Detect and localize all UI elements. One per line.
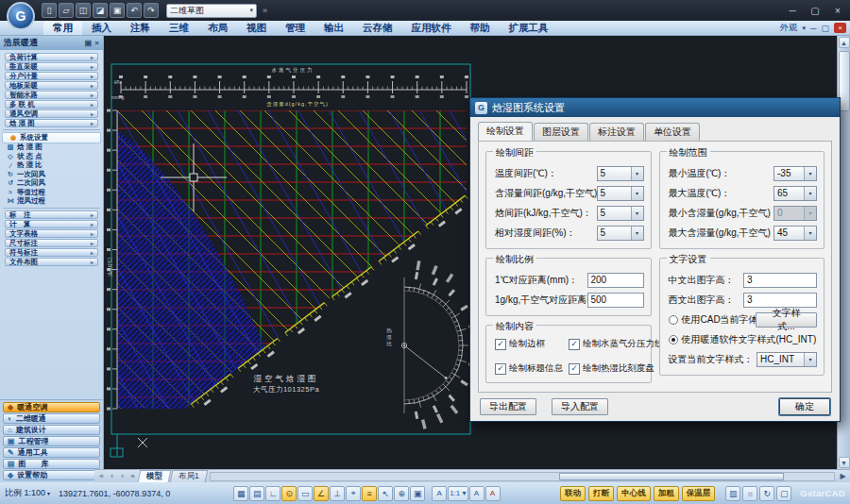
checkbox-draw-vapor-pressure-line[interactable]: ✓ xyxy=(569,339,580,350)
sidebar-tool-5[interactable]: ↻一次回风 xyxy=(0,170,103,179)
ribbon-tab-11[interactable]: 帮助 xyxy=(461,21,500,35)
radio-use-cad-font[interactable] xyxy=(669,315,678,325)
nav-first-icon[interactable]: « xyxy=(96,471,107,481)
ribbon-tab-9[interactable]: 云存储 xyxy=(353,21,402,35)
max-humidity-select[interactable]: 45▾ xyxy=(774,226,817,241)
annotation-scale-select[interactable]: 1:1 ▾ xyxy=(448,486,468,501)
sidebar-group-button[interactable]: 多 联 机▸ xyxy=(5,100,98,109)
cjk-text-height-input[interactable] xyxy=(743,273,817,288)
pan-icon[interactable]: ▣ xyxy=(410,486,425,501)
toggle-button-1[interactable]: 联动 xyxy=(560,486,586,501)
snap-icon[interactable]: ▤ xyxy=(249,486,264,501)
nav-prev-icon[interactable]: ‹ xyxy=(107,471,117,481)
polar-icon[interactable]: ⊙ xyxy=(281,486,297,501)
sidebar-tool-3[interactable]: ◇状 态 点 xyxy=(0,152,103,161)
toggle-button-4[interactable]: 加粗 xyxy=(654,486,679,501)
app-logo-icon[interactable]: G xyxy=(7,2,35,30)
temp-distance-input[interactable] xyxy=(587,273,644,288)
annotation-autoscale-icon[interactable]: A xyxy=(469,486,484,501)
doc-restore-button[interactable]: ▢ xyxy=(821,24,829,33)
humidity-distance-input[interactable] xyxy=(587,293,644,308)
clean-screen-icon[interactable]: ▢ xyxy=(776,486,791,501)
nav-last-icon[interactable]: » xyxy=(128,471,138,481)
sidebar-group-button[interactable]: 负荷计算▸ xyxy=(5,53,98,61)
sidebar-group-button[interactable]: 符号标注▸ xyxy=(5,248,98,257)
current-text-style-select[interactable]: HC_INT ▾ xyxy=(756,352,817,367)
dialog-tab-3[interactable]: 标注设置 xyxy=(589,123,644,142)
grid-icon[interactable]: ▦ xyxy=(233,486,248,501)
max-temp-select[interactable]: 65▾ xyxy=(774,186,817,201)
toggle-button-2[interactable]: 打断 xyxy=(588,486,614,501)
module-button-1[interactable]: ◆暖通空调 xyxy=(3,402,100,412)
annotation-monitor-icon[interactable]: A xyxy=(485,486,501,501)
ribbon-tab-6[interactable]: 视图 xyxy=(237,21,276,35)
latin-text-height-input[interactable] xyxy=(743,293,817,308)
checkbox-draw-border[interactable]: ✓ xyxy=(495,339,506,350)
dialog-tab-1[interactable]: 绘制设置 xyxy=(478,122,533,141)
min-temp-select[interactable]: -35▾ xyxy=(774,166,817,181)
sidebar-group-button[interactable]: 焓 湿 图▸ xyxy=(5,119,98,127)
dialog-tab-4[interactable]: 单位设置 xyxy=(645,123,700,142)
module-button-7[interactable]: ◈设置帮助 xyxy=(3,470,100,480)
toggle-button-5[interactable]: 保温层 xyxy=(682,486,716,501)
ribbon-tab-4[interactable]: 三维 xyxy=(160,21,198,35)
angle-icon[interactable]: ∠ xyxy=(314,486,329,501)
toggle-button-3[interactable]: 中心线 xyxy=(617,486,651,501)
otrack-icon[interactable]: ⌖ xyxy=(346,486,361,501)
checkbox-draw-title-info[interactable]: ✓ xyxy=(495,363,506,375)
close-icon[interactable]: × xyxy=(94,39,99,47)
module-button-5[interactable]: ✎通用工具 xyxy=(3,447,100,458)
rect-icon[interactable]: ▭ xyxy=(298,486,313,501)
sidebar-group-button[interactable]: 尺寸标注▸ xyxy=(5,239,98,247)
pin-icon[interactable]: ▣ xyxy=(85,39,93,47)
bulb-icon[interactable]: ☼ xyxy=(742,486,757,501)
doc-close-button[interactable]: × xyxy=(834,23,846,33)
scroll-right-icon[interactable]: ▶ xyxy=(838,471,848,481)
sidebar-group-button[interactable]: 文件布图▸ xyxy=(5,258,98,266)
module-button-4[interactable]: ▣工程管理 xyxy=(3,436,100,446)
sidebar-group-button[interactable]: 通风空调▸ xyxy=(5,109,98,118)
ribbon-tab-10[interactable]: 应用软件 xyxy=(402,21,461,35)
horizontal-scrollbar[interactable] xyxy=(210,472,835,481)
checkbox-draw-ratio-dial[interactable]: ✓ xyxy=(569,363,580,375)
module-button-3[interactable]: ⌂建筑设计 xyxy=(3,425,100,435)
tab-layout1[interactable]: 布局1 xyxy=(170,470,208,482)
sidebar-group-button[interactable]: 计 算▸ xyxy=(5,220,98,228)
perp-icon[interactable]: ⊥ xyxy=(330,486,345,501)
zoom-icon[interactable]: ⊕ xyxy=(394,486,409,501)
ribbon-tab-12[interactable]: 扩展工具 xyxy=(500,21,558,35)
tab-model[interactable]: 模型 xyxy=(138,470,172,482)
sidebar-tool-7[interactable]: ≈等值过程 xyxy=(0,188,103,197)
scale-select[interactable]: 比例 1:100▾ xyxy=(5,487,50,499)
module-button-2[interactable]: ◐二维暖通 xyxy=(3,413,100,424)
ribbon-tab-1[interactable]: 常用 xyxy=(43,21,82,35)
doc-minimize-button[interactable]: ─ xyxy=(810,24,816,33)
ribbon-tab-3[interactable]: 注释 xyxy=(121,21,160,35)
open-file-icon[interactable]: ▱ xyxy=(59,3,74,18)
sidebar-tool-2[interactable]: ▨焓 湿 图 xyxy=(0,143,103,153)
save-icon[interactable]: ◫ xyxy=(76,3,91,18)
import-config-button[interactable]: 导入配置 xyxy=(552,398,608,415)
radio-use-hvac-style[interactable] xyxy=(669,335,678,344)
ribbon-tab-7[interactable]: 管理 xyxy=(276,21,314,35)
dyn-icon[interactable]: ↖ xyxy=(378,486,393,501)
ribbon-tab-8[interactable]: 输出 xyxy=(314,21,353,35)
sidebar-group-button[interactable]: 分户计量▸ xyxy=(5,72,98,80)
rh-spacing-select[interactable]: 5▾ xyxy=(597,226,644,241)
ok-button[interactable]: 确定 xyxy=(779,398,830,415)
minimize-button[interactable]: ─ xyxy=(782,3,803,18)
export-config-button[interactable]: 导出配置 xyxy=(480,398,536,415)
sidebar-tool-8[interactable]: ⋈混风过程 xyxy=(0,197,103,207)
scroll-down-icon[interactable]: ▼ xyxy=(839,457,850,468)
new-file-icon[interactable]: ▯ xyxy=(42,3,57,18)
sidebar-group-button[interactable]: 垂直采暖▸ xyxy=(5,62,98,71)
toolbar-overflow-icon[interactable]: » xyxy=(263,6,267,15)
sidebar-group-button[interactable]: 地板采暖▸ xyxy=(5,81,98,90)
ribbon-tab-5[interactable]: 布局 xyxy=(198,21,237,35)
humidity-spacing-select[interactable]: 5▾ xyxy=(597,186,644,201)
sidebar-group-button[interactable]: 标 注▸ xyxy=(5,210,98,219)
sidebar-group-button[interactable]: 文字表格▸ xyxy=(5,229,98,238)
ribbon-tab-2[interactable]: 插入 xyxy=(82,21,121,35)
refresh-icon[interactable]: ↻ xyxy=(759,486,774,501)
redo-icon[interactable]: ↷ xyxy=(144,3,159,18)
